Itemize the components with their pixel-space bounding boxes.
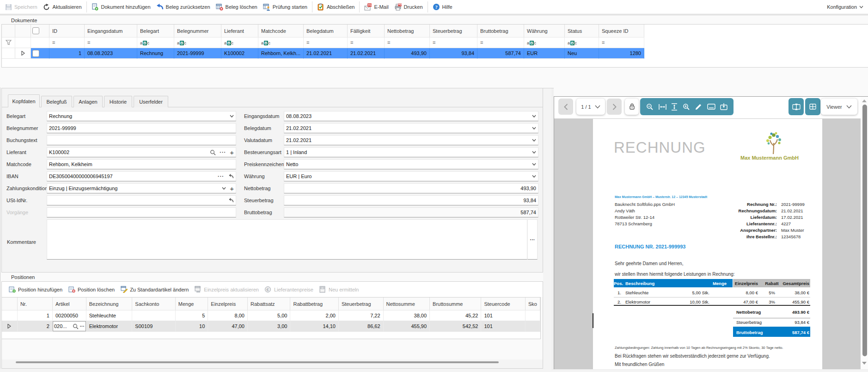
neu-ermitteln-button[interactable]: Neu ermitteln (316, 284, 361, 295)
fit-height-icon[interactable] (671, 103, 678, 111)
positionen-col-header[interactable]: Sko (526, 298, 540, 310)
dokumente-col-header[interactable] (31, 25, 49, 37)
nettobetrag-field[interactable]: 493,90 (284, 183, 538, 193)
fit-width-icon[interactable] (659, 104, 666, 110)
stamp-icon[interactable] (707, 104, 715, 110)
dokumente-filter-cell[interactable]: = (49, 37, 85, 48)
dokumente-filter-cell[interactable]: = (304, 37, 348, 48)
select-all-checkbox[interactable] (32, 27, 39, 34)
dokumente-filter-cell[interactable]: = (477, 37, 524, 48)
vscrollbar-thumb[interactable] (862, 105, 867, 356)
eingangsdatum-field[interactable]: 08.08.2023 (284, 111, 538, 121)
valutadatum-field[interactable]: 21.02.2021 (284, 135, 538, 145)
belegdatum-field[interactable]: 21.02.2021 (284, 123, 538, 133)
belegart-field[interactable]: Rechnung (47, 111, 236, 121)
dokumente-col-header[interactable]: Belegart (137, 25, 174, 37)
ustidnr-field[interactable] (47, 195, 236, 205)
positionen-data-row[interactable]: 100200050Stehleuchte58,005,002,007,2238,… (2, 310, 540, 321)
positionen-col-header[interactable]: Menge (176, 298, 208, 310)
positionen-data-row[interactable]: 2020...···ElektromotorS001091047,003,001… (2, 321, 540, 332)
tab-kopfdaten[interactable]: Kopfdaten (8, 94, 40, 107)
lieferantenpreise-button[interactable]: €Lieferantenpreise (262, 284, 316, 295)
dokumente-filter-cell[interactable] (15, 37, 31, 48)
viewer-fields-button[interactable] (789, 98, 804, 115)
email-button[interactable]: PDFE-Mail (361, 1, 391, 12)
beleg-zuruecksetzen-button[interactable]: Beleg zurücksetzen (153, 1, 213, 12)
iban-field[interactable]: DE30500400000006945197··· (47, 171, 236, 181)
tab-belegfu[interactable]: Belegfuß (41, 96, 72, 107)
viewer-grid-button[interactable] (805, 98, 820, 115)
positionen-col-header[interactable]: Bezeichnung (86, 298, 133, 310)
position-loeschen-button[interactable]: Position löschen (65, 284, 117, 295)
hilfe-button[interactable]: ?Hilfe (430, 1, 455, 12)
positionen-col-header[interactable]: Nr. (18, 298, 53, 310)
pruefung-starten-button[interactable]: Prüfung starten (260, 1, 310, 12)
dokumente-filter-cell[interactable]: = (599, 37, 644, 48)
dokumente-col-header[interactable]: Eingangsdatum (85, 25, 137, 37)
positionen-hscrollbar[interactable] (2, 360, 543, 368)
dokumente-col-header[interactable]: ID (49, 25, 85, 37)
dokumente-filter-cell[interactable]: aBc (174, 37, 221, 48)
lieferant-field[interactable]: K100002···+ (47, 147, 236, 157)
dokumente-col-header[interactable]: Fälligkeit (348, 25, 385, 37)
dokumente-col-header[interactable]: Belegdatum (304, 25, 348, 37)
dokumente-filter-cell[interactable]: = (348, 37, 385, 48)
dokumente-col-header[interactable]: Steuerbetrag (430, 25, 477, 37)
bruttobetrag-field[interactable]: 587,74 (284, 207, 538, 217)
tab-userfelder[interactable]: Userfelder (134, 96, 168, 107)
annotate-icon[interactable] (695, 103, 702, 111)
viewer-page-indicator[interactable]: 1 / 1 (576, 99, 605, 115)
dokumente-col-header[interactable]: Matchcode (258, 25, 304, 37)
dokumente-col-header[interactable] (2, 25, 15, 37)
positionen-col-header[interactable]: Artikel (53, 298, 86, 310)
dokumente-filter-cell[interactable] (31, 37, 49, 48)
artikel-editor[interactable]: 020...··· (53, 321, 86, 332)
zoom-in-icon[interactable] (683, 103, 690, 111)
viewer-lock-button[interactable] (625, 99, 639, 115)
kommentare-field[interactable] (47, 219, 527, 260)
tab-historie[interactable]: Historie (104, 96, 132, 107)
positionen-col-header[interactable] (2, 298, 18, 310)
dokumente-filter-cell[interactable]: aBc (565, 37, 599, 48)
zu-standardartikel-button[interactable]: Zu Standardartikel ändern (117, 284, 191, 295)
dokumente-filter-cell[interactable]: aBc (221, 37, 258, 48)
export-icon[interactable] (720, 103, 727, 110)
dokumente-filter-cell[interactable]: = (430, 37, 477, 48)
dokumente-col-header[interactable]: Status (565, 25, 599, 37)
dokumente-col-header[interactable]: Nettobetrag (385, 25, 430, 37)
positionen-col-header[interactable]: Steuercode (481, 298, 526, 310)
zahlungskondition-field[interactable]: Einzug | Einzugsermächtigung+ (47, 183, 236, 193)
viewer-prev-page-button[interactable] (558, 99, 573, 115)
dokumente-col-header[interactable]: Belegnummer (174, 25, 221, 37)
dokumente-filter-cell[interactable]: = (85, 37, 137, 48)
beleg-loeschen-button[interactable]: Beleg löschen (213, 1, 260, 12)
währung-field[interactable]: EUR | Euro (284, 171, 538, 181)
dokumente-col-header[interactable] (15, 25, 31, 37)
positionen-col-header[interactable]: Steuerbetrag (339, 298, 384, 310)
scroll-down-arrow[interactable] (862, 362, 867, 365)
aktualisieren-button[interactable]: Aktualisieren (40, 1, 85, 12)
scroll-up-arrow[interactable] (862, 99, 867, 102)
positionen-col-header[interactable]: Rabattbetrag (290, 298, 338, 310)
einzelpreis-aktualisieren-button[interactable]: Einzelpreis aktualisieren (191, 284, 262, 295)
steuerbetrag-field[interactable]: 93,84 (284, 195, 538, 205)
viewer-vscrollbar[interactable] (861, 97, 868, 369)
dokumente-filter-cell[interactable]: aBc (137, 37, 174, 48)
belegnummer-field[interactable]: 2021-99999 (47, 123, 236, 133)
drucken-button[interactable]: PDFDrucken (391, 1, 426, 12)
dokumente-col-header[interactable]: Währung (524, 25, 565, 37)
buchungstext-field[interactable] (47, 135, 236, 145)
dokumente-filter-cell[interactable]: aBc (524, 37, 565, 48)
kommentare-more-button[interactable]: ··· (527, 219, 538, 260)
abschliessen-button[interactable]: Abschließen (314, 1, 358, 12)
konfiguration-button[interactable]: Konfiguration (827, 4, 868, 10)
positionen-col-header[interactable]: Sachkonto (132, 298, 175, 310)
positionen-col-header[interactable]: Nettosumme (384, 298, 430, 310)
row-checkbox[interactable] (32, 50, 39, 57)
dokumente-filter-cell[interactable]: = (385, 37, 430, 48)
dokumente-filter-cell[interactable] (2, 37, 15, 48)
preiskennzeichen-field[interactable]: Netto (284, 159, 538, 169)
zoom-out-icon[interactable] (646, 103, 654, 111)
speichern-button[interactable]: Speichern (2, 1, 40, 12)
dokumente-col-header[interactable]: Lieferant (221, 25, 258, 37)
